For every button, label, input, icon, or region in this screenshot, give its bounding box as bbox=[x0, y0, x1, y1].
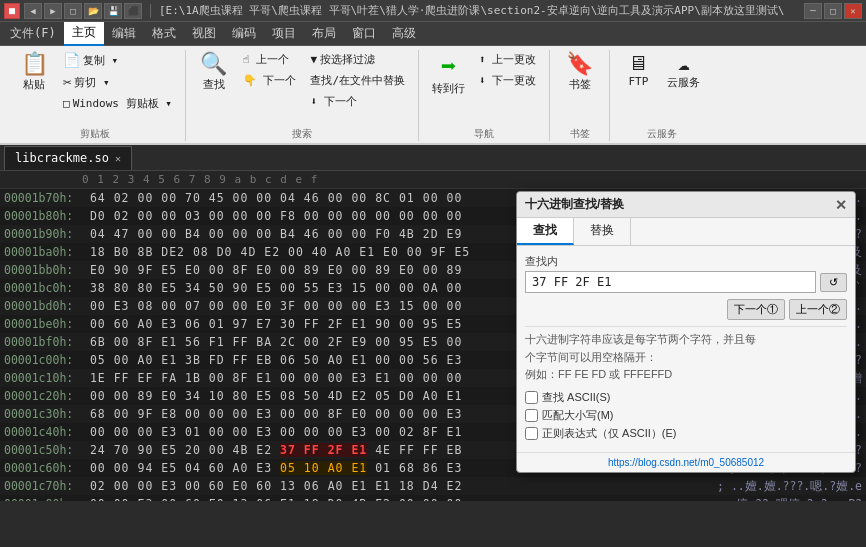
highlighted-bytes: 37 FF 2F E1 bbox=[280, 443, 367, 457]
close-tab-icon[interactable]: ✕ bbox=[115, 153, 121, 164]
ribbon-group-bookmark: 🔖 书签 书签 bbox=[550, 50, 610, 141]
find-icon: 🔍 bbox=[200, 53, 227, 75]
search-replace-dialog: 十六进制查找/替换 ✕ 查找 替换 查找内 ↺ 下一个① 上一个② 十六进制字符… bbox=[516, 191, 856, 473]
menu-home[interactable]: 主页 bbox=[64, 22, 104, 46]
menu-advanced[interactable]: 高级 bbox=[384, 22, 424, 46]
row-address: 00001b70h: bbox=[4, 191, 82, 205]
minimize-btn[interactable]: ─ bbox=[804, 3, 822, 19]
dialog-title-bar: 十六进制查找/替换 ✕ bbox=[517, 192, 855, 218]
close-btn[interactable]: ✕ bbox=[844, 3, 862, 19]
next-change-button[interactable]: ⬇ 下一更改 bbox=[474, 71, 541, 90]
menu-window[interactable]: 窗口 bbox=[344, 22, 384, 46]
copy-button[interactable]: 📄 复制 ▾ bbox=[58, 50, 177, 70]
dialog-tab-find[interactable]: 查找 bbox=[517, 218, 574, 245]
row-address: 00001bc0h: bbox=[4, 281, 82, 295]
table-row[interactable]: 00001c70h: 02 00 00 E3 00 60 E0 60 13 06… bbox=[0, 477, 866, 495]
menu-edit[interactable]: 编辑 bbox=[104, 22, 144, 46]
ruler: 0 1 2 3 4 5 6 7 8 9 a b c d e f bbox=[0, 171, 866, 189]
prev-match-btn[interactable]: 上一个② bbox=[789, 299, 847, 320]
app-icon: ■ bbox=[4, 3, 20, 19]
menu-format[interactable]: 格式 bbox=[144, 22, 184, 46]
row-chars: ; ..嬗.??.嗯嬗.?-?...P? bbox=[708, 497, 862, 502]
row-bytes: 02 00 00 E3 00 60 E0 60 13 06 A0 E1 E1 1… bbox=[82, 479, 709, 493]
ribbon: 📋 粘贴 📄 复制 ▾ ✂ 剪切 ▾ □ Windows 剪贴板 ▾ bbox=[0, 46, 866, 145]
cloud-icon: ☁ bbox=[678, 53, 690, 73]
tb-btn-save[interactable]: 💾 bbox=[104, 3, 122, 19]
cloud-button[interactable]: ☁ 云服务 bbox=[662, 50, 705, 93]
row-address: 00001b90h: bbox=[4, 227, 82, 241]
table-row[interactable]: 00001c80h: 00 00 E3 00 60 E0 13 06 E1 18… bbox=[0, 495, 866, 501]
ribbon-group-search: 🔍 查找 ☝ 上一个 👇 下一个 ▼ 按选择过滤 bbox=[186, 50, 419, 141]
menu-file[interactable]: 文件(F) bbox=[2, 22, 64, 46]
prev-change-button[interactable]: ⬆ 上一更改 bbox=[474, 50, 541, 69]
option-ascii: 查找 ASCII(S) bbox=[525, 390, 847, 405]
tab-bar: libcrackme.so ✕ bbox=[0, 145, 866, 171]
dialog-tab-replace[interactable]: 替换 bbox=[574, 218, 631, 245]
row-address: 00001bb0h: bbox=[4, 263, 82, 277]
ftp-button[interactable]: 🖥 FTP bbox=[618, 50, 658, 91]
tb-btn-new[interactable]: □ bbox=[64, 3, 82, 19]
search-col: ☝ 上一个 👇 下一个 bbox=[238, 50, 302, 104]
tb-btn-2[interactable]: ▶ bbox=[44, 3, 62, 19]
find-button[interactable]: 🔍 查找 bbox=[194, 50, 234, 95]
dialog-hint-text: 十六进制字符串应该是每字节两个字符，并且每个字节间可以用空格隔开： 例如：FF … bbox=[525, 326, 847, 384]
row-address: 00001bd0h: bbox=[4, 299, 82, 313]
dialog-refresh-btn[interactable]: ↺ bbox=[820, 273, 847, 292]
file-tab-label: libcrackme.so bbox=[15, 151, 109, 165]
option-regex-checkbox[interactable] bbox=[525, 427, 538, 440]
row-address: 00001c10h: bbox=[4, 371, 82, 385]
ruler-cols: 0 1 2 3 4 5 6 7 8 9 a b c d e f bbox=[82, 173, 862, 186]
clipboard-col: 📄 复制 ▾ ✂ 剪切 ▾ □ Windows 剪贴板 ▾ bbox=[58, 50, 177, 127]
search-input-field[interactable] bbox=[525, 271, 816, 293]
dialog-tabs: 查找 替换 bbox=[517, 218, 855, 246]
search-field-label: 查找内 bbox=[525, 254, 847, 269]
menu-layout[interactable]: 布局 bbox=[304, 22, 344, 46]
goto-button[interactable]: ➡ 转到行 bbox=[427, 50, 470, 99]
menu-project[interactable]: 项目 bbox=[264, 22, 304, 46]
next-button[interactable]: 👇 下一个 bbox=[238, 71, 302, 90]
tb-btn-5[interactable]: ⬛ bbox=[124, 3, 142, 19]
filter-button[interactable]: ▼ 按选择过滤 bbox=[305, 50, 410, 69]
option-case-checkbox[interactable] bbox=[525, 409, 538, 422]
row-address: 00001c00h: bbox=[4, 353, 82, 367]
next-match-btn[interactable]: 下一个① bbox=[727, 299, 785, 320]
row-address: 00001c60h: bbox=[4, 461, 82, 475]
bookmark-label: 书签 bbox=[550, 127, 609, 141]
bookmark-icon: 🔖 bbox=[566, 53, 593, 75]
maximize-btn[interactable]: □ bbox=[824, 3, 842, 19]
bookmark-button[interactable]: 🔖 书签 bbox=[560, 50, 600, 95]
nav-label: 导航 bbox=[419, 127, 549, 141]
goto-icon: ➡ bbox=[441, 53, 457, 79]
find-replace-button[interactable]: 查找/在文件中替换 bbox=[305, 71, 410, 90]
menu-view[interactable]: 视图 bbox=[184, 22, 224, 46]
option-ascii-checkbox[interactable] bbox=[525, 391, 538, 404]
file-tab-libcrackme[interactable]: libcrackme.so ✕ bbox=[4, 146, 132, 170]
paste-icon: 📋 bbox=[21, 53, 48, 75]
find-down-button[interactable]: ⬇ 下一个 bbox=[305, 92, 410, 111]
dialog-url[interactable]: https://blog.csdn.net/m0_50685012 bbox=[517, 452, 855, 472]
search-col2: ▼ 按选择过滤 查找/在文件中替换 ⬇ 下一个 bbox=[305, 50, 410, 125]
row-chars: ; ..嬗.嬗.???.嗯.?嬗.e bbox=[717, 479, 862, 494]
paste-button[interactable]: 📋 粘贴 bbox=[14, 50, 54, 95]
row-address: 00001c50h: bbox=[4, 443, 82, 457]
hex-editor: 0 1 2 3 4 5 6 7 8 9 a b c d e f 00001b70… bbox=[0, 171, 866, 501]
cloud-label: 云服务 bbox=[610, 127, 713, 141]
win-clipboard-button[interactable]: □ Windows 剪贴板 ▾ bbox=[58, 94, 177, 113]
tb-btn-open[interactable]: 📂 bbox=[84, 3, 102, 19]
dialog-title-text: 十六进制查找/替换 bbox=[525, 196, 624, 213]
menu-encode[interactable]: 编码 bbox=[224, 22, 264, 46]
dialog-close-btn[interactable]: ✕ bbox=[835, 197, 847, 213]
menu-bar: 文件(F) 主页 编辑 格式 视图 编码 项目 布局 窗口 高级 bbox=[0, 22, 866, 46]
row-address: 00001ba0h: bbox=[4, 245, 82, 259]
search-label: 搜索 bbox=[186, 127, 418, 141]
tb-btn-1[interactable]: ◀ bbox=[24, 3, 42, 19]
copy-icon: 📄 bbox=[63, 52, 80, 68]
row-address: 00001c20h: bbox=[4, 389, 82, 403]
row-address: 00001b80h: bbox=[4, 209, 82, 223]
cut-button[interactable]: ✂ 剪切 ▾ bbox=[58, 72, 177, 92]
row-address: 00001c30h: bbox=[4, 407, 82, 421]
row-bytes: 00 00 E3 00 60 E0 13 06 E1 18 D0 4B E2 0… bbox=[82, 497, 700, 501]
filter-icon: ▼ bbox=[310, 53, 317, 66]
prev-button[interactable]: ☝ 上一个 bbox=[238, 50, 302, 69]
option-regex: 正则表达式（仅 ASCII）(E) bbox=[525, 426, 847, 441]
